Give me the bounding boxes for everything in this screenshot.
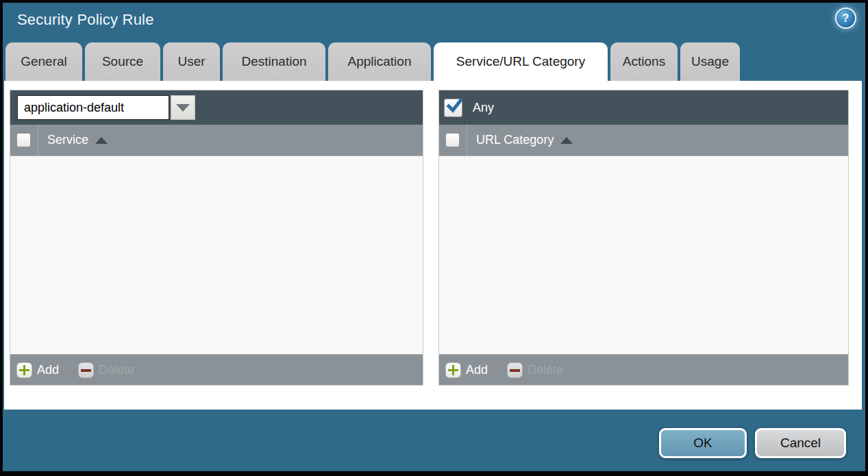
cancel-button[interactable]: Cancel [755, 428, 846, 458]
minus-icon [507, 362, 523, 378]
url-category-column-header[interactable]: URL Category [467, 133, 573, 147]
url-category-delete-button[interactable]: Delete [507, 362, 563, 378]
service-table-header: Service [10, 125, 423, 156]
url-category-list-empty[interactable] [439, 156, 848, 354]
tab-destination[interactable]: Destination [223, 42, 325, 81]
service-list-empty[interactable] [10, 156, 423, 354]
url-category-column-label: URL Category [476, 133, 554, 147]
add-button-label: Add [37, 363, 59, 377]
tab-bar: General Source User Destination Applicat… [5, 42, 740, 81]
add-button-label: Add [466, 363, 488, 377]
plus-icon [16, 362, 32, 378]
service-type-input[interactable] [17, 95, 169, 120]
ok-button[interactable]: OK [659, 428, 747, 458]
help-icon[interactable]: ? [836, 9, 855, 27]
window-frame: Security Policy Rule ? General Source Us… [0, 0, 868, 476]
service-column-header[interactable]: Service [38, 133, 108, 147]
tab-application[interactable]: Application [328, 42, 431, 81]
service-delete-button[interactable]: Delete [78, 362, 134, 378]
url-category-add-button[interactable]: Add [445, 362, 488, 378]
any-checkbox-label: Any [473, 101, 494, 115]
minus-icon [78, 362, 94, 378]
tab-service-url-category[interactable]: Service/URL Category [434, 42, 608, 81]
sort-ascending-icon [560, 137, 573, 144]
tab-user[interactable]: User [163, 42, 220, 81]
tab-usage[interactable]: Usage [680, 42, 740, 81]
url-category-select-all-checkbox[interactable] [445, 133, 460, 147]
tab-source[interactable]: Source [85, 42, 160, 81]
tab-general[interactable]: General [5, 42, 82, 81]
delete-button-label: Delete [528, 363, 563, 377]
tab-content-area: Service Add Delete [4, 81, 862, 410]
service-select-all-checkbox[interactable] [16, 133, 31, 147]
service-type-dropdown [17, 95, 195, 120]
service-column-label: Service [47, 133, 88, 147]
url-category-panel: Any URL Category Add [438, 90, 849, 386]
service-type-dropdown-button[interactable] [171, 95, 195, 120]
url-category-panel-footer: Add Delete [439, 354, 848, 385]
delete-button-label: Delete [99, 363, 134, 377]
sort-ascending-icon [95, 137, 108, 144]
url-category-toolbar: Any [439, 90, 848, 125]
any-checkbox[interactable] [444, 99, 462, 117]
tab-actions[interactable]: Actions [610, 42, 678, 81]
checkmark-icon [446, 98, 462, 114]
service-add-button[interactable]: Add [16, 362, 59, 378]
service-panel: Service Add Delete [10, 90, 423, 386]
chevron-down-icon [176, 104, 190, 112]
plus-icon [445, 362, 461, 378]
dialog-title: Security Policy Rule [17, 11, 154, 29]
security-policy-rule-dialog: Security Policy Rule ? General Source Us… [3, 3, 865, 471]
url-category-table-header: URL Category [439, 125, 848, 156]
service-panel-footer: Add Delete [10, 354, 423, 385]
service-panel-toolbar [10, 90, 423, 125]
